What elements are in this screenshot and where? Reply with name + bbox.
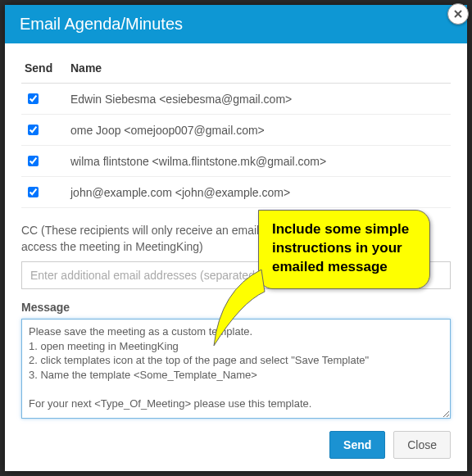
modal-header: Email Agenda/Minutes xyxy=(5,5,467,43)
modal-footer: Send Close xyxy=(21,431,451,459)
email-modal: Email Agenda/Minutes Send Name Edwin Sie… xyxy=(5,5,467,471)
col-header-name: Name xyxy=(67,57,451,84)
send-checkbox[interactable] xyxy=(28,187,39,197)
send-checkbox[interactable] xyxy=(28,93,39,104)
recipient-name: john@example.com <john@example.com> xyxy=(67,177,451,208)
close-button[interactable]: Close xyxy=(393,431,451,459)
message-label: Message xyxy=(21,301,451,314)
close-icon xyxy=(453,9,463,19)
modal-title: Email Agenda/Minutes xyxy=(20,15,183,33)
close-icon-button[interactable] xyxy=(447,3,469,25)
send-checkbox[interactable] xyxy=(28,125,39,135)
table-row: wilma flintstone <wilma.flintstone.mk@gm… xyxy=(21,146,451,177)
recipient-name: ome Joop <omejoop007@gmail.com> xyxy=(67,115,451,146)
col-header-send: Send xyxy=(21,57,67,84)
table-row: ome Joop <omejoop007@gmail.com> xyxy=(21,115,451,146)
cc-label: CC (These recipients will only receive a… xyxy=(21,223,451,255)
recipient-name: Edwin Siebesma <esiebesma@gmail.com> xyxy=(67,84,451,115)
message-textarea[interactable] xyxy=(21,319,451,419)
send-button[interactable]: Send xyxy=(329,431,385,459)
recipients-table: Send Name Edwin Siebesma <esiebesma@gmai… xyxy=(21,57,451,208)
table-row: Edwin Siebesma <esiebesma@gmail.com> xyxy=(21,84,451,115)
cc-input[interactable] xyxy=(21,261,451,289)
send-checkbox[interactable] xyxy=(28,156,39,166)
recipient-name: wilma flintstone <wilma.flintstone.mk@gm… xyxy=(67,146,451,177)
modal-body: Send Name Edwin Siebesma <esiebesma@gmai… xyxy=(5,43,467,470)
table-row: john@example.com <john@example.com> xyxy=(21,177,451,208)
